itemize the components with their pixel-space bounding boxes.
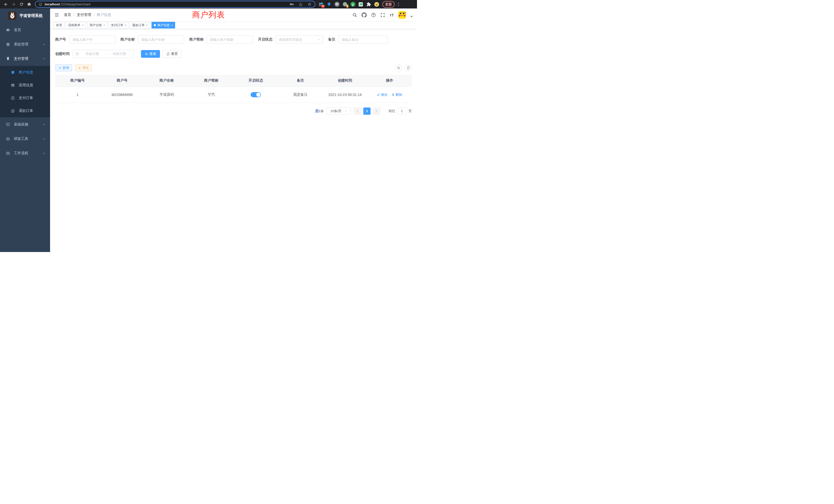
edit-link[interactable]: 修改 (377, 92, 388, 97)
create-time-range-picker[interactable]: 开始日期 - 结束日期 (73, 50, 134, 58)
tab-refund-order[interactable]: 退款订单× (130, 22, 150, 28)
password-key-icon[interactable] (290, 2, 294, 6)
extensions-puzzle-icon[interactable] (366, 2, 371, 7)
reset-button[interactable]: 重置 (162, 50, 181, 58)
page-size-select[interactable]: 10条/页 (326, 108, 351, 115)
tab-home[interactable]: 首页 (54, 22, 64, 28)
extension-kite-icon[interactable] (326, 2, 331, 7)
extension-badge: 1 (346, 5, 348, 8)
browser-home-button[interactable] (26, 1, 32, 8)
sidebar-item-payment[interactable]: ¥ 支付管理 (0, 51, 50, 66)
filter-row-1: 商户号 商户全称 商户简称 开启状态 (55, 36, 412, 44)
monitor-icon (6, 122, 10, 127)
refresh-button[interactable] (405, 64, 412, 71)
merchant-table: 商户编号 商户号 商户全称 商户简称 开启状态 备注 创建时间 操作 1 M23… (55, 75, 412, 103)
extension-profile-icon[interactable]: 1 (342, 2, 347, 7)
browser-back-button[interactable] (3, 1, 9, 8)
site-info-icon[interactable] (39, 2, 42, 6)
extension-cmd-icon[interactable]: ⌘ (334, 2, 339, 7)
sidebar-item-system[interactable]: 系统管理 (0, 37, 50, 51)
merchant-no-input[interactable] (69, 36, 115, 44)
tab-pay-order[interactable]: 支付订单× (109, 22, 129, 28)
user-avatar[interactable] (398, 11, 406, 19)
yen-icon: ¥ (6, 56, 10, 61)
delete-link[interactable]: 删除 (392, 92, 402, 97)
address-bar[interactable]: localhost:1024/pay/merchant (35, 1, 315, 8)
user-menu-caret-icon[interactable] (410, 16, 413, 18)
extension-badge: 10 (321, 5, 325, 8)
prev-page-button[interactable] (354, 108, 361, 115)
search-icon[interactable] (352, 13, 357, 18)
filter-remark: 备注 (328, 36, 388, 44)
toggle-search-button[interactable] (395, 64, 402, 71)
help-icon[interactable] (371, 13, 376, 18)
sidebar-item-merchant-info[interactable]: 商户信息 (0, 66, 50, 79)
cell-full-name: 芋道源码 (144, 87, 189, 102)
chevron-down-icon (42, 43, 45, 46)
full-name-input[interactable] (138, 36, 184, 44)
status-select[interactable] (276, 36, 323, 44)
profile-emoji-avatar[interactable] (374, 2, 379, 7)
tab-process-form[interactable]: 流程表单× (66, 22, 86, 28)
url-host: localhost (45, 2, 60, 6)
filter-full-name: 商户全称 (120, 36, 184, 44)
sidebar-item-workflow[interactable]: 工作流程 (0, 146, 50, 160)
goto-page: 前往 页 (389, 108, 412, 115)
github-icon[interactable] (361, 12, 367, 18)
start-date-placeholder[interactable]: 开始日期 (81, 51, 104, 56)
table-tools (395, 64, 412, 71)
goto-page-input[interactable] (397, 108, 407, 115)
browser-menu-icon[interactable] (397, 3, 399, 6)
breadcrumb-section[interactable]: 支付管理 (77, 13, 91, 17)
col-merchant-no: 商户号 (100, 75, 145, 87)
end-date-placeholder[interactable]: 结束日期 (108, 51, 131, 56)
status-toggle[interactable] (250, 92, 261, 97)
page-content: 商户号 商户全称 商户简称 开启状态 (50, 29, 417, 252)
sidebar-item-refund-order[interactable]: 退款订单 (0, 105, 50, 117)
page-buttons: 1 (354, 108, 380, 115)
breadcrumb-current: 商户信息 (97, 13, 111, 17)
remark-input[interactable] (338, 36, 388, 44)
fullscreen-icon[interactable] (380, 13, 385, 18)
tab-merchant-info[interactable]: 商户信息× (152, 22, 175, 28)
col-merchant-id: 商户编号 (55, 75, 100, 87)
search-button[interactable]: 搜索 (141, 50, 160, 58)
extensions-area: 10 ⌘ 1 y (319, 2, 379, 7)
shop-icon (10, 70, 15, 74)
breadcrumb: 首页 / 支付管理 / 商户信息 (64, 13, 111, 17)
extension-y-icon[interactable]: y (350, 2, 355, 7)
sidebar-item-app-info[interactable]: 应用信息 (0, 79, 50, 92)
sidebar-item-infrastructure[interactable]: 基础设施 (0, 117, 50, 132)
sidebar: 芋道管理系统 首页 系统管理 ¥ 支付管理 (0, 8, 50, 252)
extension-tiles-icon[interactable]: 10 (319, 2, 324, 7)
sidebar-logo[interactable]: 芋道管理系统 (0, 8, 50, 23)
browser-reload-button[interactable] (18, 1, 25, 8)
close-icon[interactable]: × (171, 24, 173, 27)
bookmark-star-icon[interactable] (307, 2, 312, 6)
sidebar-collapse-icon[interactable] (54, 12, 59, 18)
browser-forward-button[interactable] (10, 1, 17, 8)
breadcrumb-home[interactable]: 首页 (64, 13, 71, 17)
next-page-button[interactable] (373, 108, 380, 115)
browser-update-button[interactable]: 更新 (382, 1, 395, 8)
sidebar-item-dev-tools[interactable]: 研发工具 (0, 132, 50, 146)
add-button[interactable]: 新增 (55, 64, 72, 71)
dashboard-icon (6, 28, 10, 32)
close-icon[interactable]: × (146, 24, 148, 27)
short-name-input[interactable] (207, 36, 253, 44)
toolbox-icon (6, 137, 10, 141)
page-number-1[interactable]: 1 (363, 108, 371, 115)
extension-chat-icon[interactable] (358, 2, 363, 7)
status-select-input[interactable] (276, 36, 323, 44)
close-icon[interactable]: × (125, 24, 126, 27)
col-status: 开启状态 (234, 75, 278, 87)
close-icon[interactable]: × (103, 24, 105, 27)
col-full-name: 商户全称 (144, 75, 189, 87)
sidebar-item-pay-order[interactable]: 支付订单 (0, 92, 50, 105)
close-icon[interactable]: × (82, 24, 84, 27)
font-size-icon[interactable]: ᴛT (390, 13, 394, 17)
share-icon[interactable] (299, 2, 303, 6)
export-button[interactable]: 导出 (75, 64, 92, 71)
sidebar-item-home[interactable]: 首页 (0, 23, 50, 37)
tab-user-group[interactable]: 用户分组× (87, 22, 107, 28)
